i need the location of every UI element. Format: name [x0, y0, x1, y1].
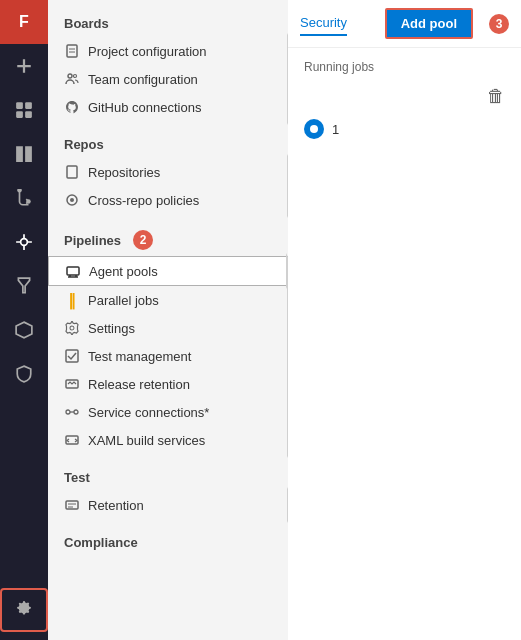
tab-security[interactable]: Security: [300, 11, 347, 36]
repo-doc-icon: [64, 164, 80, 180]
org-avatar[interactable]: F: [0, 0, 48, 44]
release-icon: [64, 376, 80, 392]
add-pool-button[interactable]: Add pool: [385, 8, 473, 39]
pipelines-icon[interactable]: [0, 220, 48, 264]
svg-point-22: [74, 410, 78, 414]
gear-settings-icon[interactable]: [0, 588, 48, 632]
policy-icon: [64, 192, 80, 208]
nav-item-test-management[interactable]: Test management: [48, 342, 288, 370]
svg-point-4: [17, 189, 22, 192]
section-label-compliance: Compliance: [48, 519, 288, 556]
svg-point-21: [66, 410, 70, 414]
test-mgmt-icon: [64, 348, 80, 364]
artifact-icon[interactable]: [0, 308, 48, 352]
svg-rect-25: [66, 501, 78, 509]
svg-point-6: [21, 239, 28, 246]
svg-rect-2: [16, 111, 23, 118]
svg-rect-15: [67, 267, 79, 275]
settings-icon: [64, 320, 80, 336]
rail-bottom-area: [0, 588, 48, 632]
pool-icon: [304, 119, 324, 139]
svg-rect-1: [25, 102, 32, 109]
nav-item-agent-pools[interactable]: Agent pools: [48, 256, 288, 286]
pool-count: 1: [332, 122, 339, 137]
connection-icon: [64, 404, 80, 420]
nav-item-team-config[interactable]: Team configuration: [48, 65, 288, 93]
nav-item-cross-repo[interactable]: Cross-repo policies: [48, 186, 288, 214]
xaml-icon: [64, 432, 80, 448]
agent-icon: [65, 263, 81, 279]
running-jobs-label: Running jobs: [296, 56, 513, 82]
test-icon[interactable]: [0, 264, 48, 308]
section-label-pipelines: Pipelines 2: [48, 214, 288, 256]
section-label-boards: Boards: [48, 0, 288, 37]
github-icon: [64, 99, 80, 115]
repos-icon[interactable]: [0, 176, 48, 220]
pool-row: 1: [296, 111, 513, 147]
nav-item-project-config[interactable]: Project configuration: [48, 37, 288, 65]
svg-point-14: [70, 198, 74, 202]
plus-icon[interactable]: [0, 44, 48, 88]
step-badge-3: 3: [489, 14, 509, 34]
content-body: Running jobs 🗑 1: [288, 48, 521, 640]
content-header: Security Add pool 3: [288, 0, 521, 48]
boards-icon[interactable]: [0, 132, 48, 176]
nav-item-retention[interactable]: Retention: [48, 491, 288, 519]
svg-rect-7: [67, 45, 77, 57]
doc-icon: [64, 43, 80, 59]
nav-item-settings[interactable]: Settings: [48, 314, 288, 342]
nav-item-parallel-jobs[interactable]: ∥ Parallel jobs: [48, 286, 288, 314]
parallel-icon: ∥: [64, 292, 80, 308]
svg-rect-12: [67, 166, 77, 178]
svg-point-10: [68, 74, 72, 78]
pipelines-badge: 2: [133, 230, 153, 250]
team-icon: [64, 71, 80, 87]
nav-item-repositories[interactable]: Repositories: [48, 158, 288, 186]
section-label-repos: Repos: [48, 121, 288, 158]
nav-item-xaml-build[interactable]: XAML build services: [48, 426, 288, 454]
svg-point-5: [26, 199, 31, 204]
shield-rail-icon[interactable]: [0, 352, 48, 396]
svg-rect-0: [16, 102, 23, 109]
svg-point-28: [310, 125, 318, 133]
retention-icon: [64, 497, 80, 513]
svg-rect-3: [25, 111, 32, 118]
nav-item-release-retention[interactable]: Release retention: [48, 370, 288, 398]
nav-item-github[interactable]: GitHub connections: [48, 93, 288, 121]
content-panel: Security Add pool 3 Running jobs 🗑 1: [288, 0, 521, 640]
delete-icon[interactable]: 🗑: [487, 86, 505, 107]
trash-area: 🗑: [296, 82, 513, 111]
svg-rect-19: [66, 350, 78, 362]
nav-item-service-connections[interactable]: Service connections*: [48, 398, 288, 426]
svg-point-11: [74, 75, 77, 78]
nav-panel: Boards Project configuration Team config…: [48, 0, 288, 640]
home-icon[interactable]: [0, 88, 48, 132]
icon-rail: F: [0, 0, 48, 640]
section-label-test: Test: [48, 454, 288, 491]
